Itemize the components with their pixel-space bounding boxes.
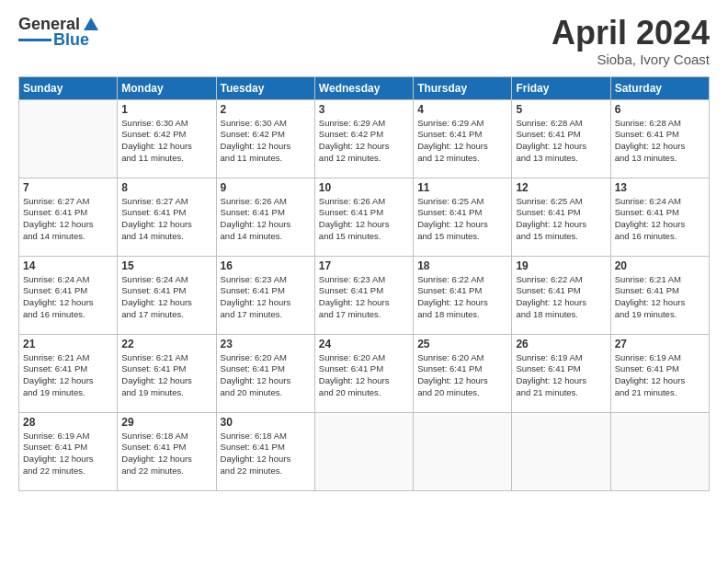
day-info: Sunrise: 6:30 AM Sunset: 6:42 PM Dayligh…	[121, 118, 211, 165]
day-number: 28	[23, 416, 113, 429]
day-info: Sunrise: 6:26 AM Sunset: 6:41 PM Dayligh…	[221, 196, 311, 243]
table-row: 8Sunrise: 6:27 AM Sunset: 6:41 PM Daylig…	[118, 178, 216, 256]
day-info: Sunrise: 6:24 AM Sunset: 6:41 PM Dayligh…	[615, 196, 705, 243]
day-info: Sunrise: 6:23 AM Sunset: 6:41 PM Dayligh…	[319, 274, 409, 321]
day-info: Sunrise: 6:18 AM Sunset: 6:41 PM Dayligh…	[121, 431, 211, 477]
calendar-week-row: 28Sunrise: 6:19 AM Sunset: 6:41 PM Dayli…	[19, 412, 710, 490]
table-row	[19, 99, 118, 178]
calendar-header-row: Sunday Monday Tuesday Wednesday Thursday…	[19, 76, 710, 99]
day-number: 21	[23, 338, 113, 350]
day-number: 2	[221, 103, 311, 116]
day-number: 12	[516, 181, 606, 194]
calendar-subtitle: Sioba, Ivory Coast	[552, 52, 710, 67]
svg-marker-0	[84, 17, 98, 30]
table-row: 2Sunrise: 6:30 AM Sunset: 6:42 PM Daylig…	[216, 99, 314, 178]
day-info: Sunrise: 6:19 AM Sunset: 6:41 PM Dayligh…	[23, 431, 113, 477]
header: General Blue April 2024 Sioba, Ivory Coa…	[18, 15, 710, 67]
table-row: 29Sunrise: 6:18 AM Sunset: 6:41 PM Dayli…	[118, 412, 216, 490]
day-number: 1	[121, 103, 211, 116]
col-monday: Monday	[118, 76, 216, 99]
day-number: 9	[221, 181, 311, 194]
day-info: Sunrise: 6:19 AM Sunset: 6:41 PM Dayligh…	[615, 352, 705, 399]
title-area: April 2024 Sioba, Ivory Coast	[552, 15, 710, 67]
day-info: Sunrise: 6:20 AM Sunset: 6:41 PM Dayligh…	[319, 352, 409, 399]
day-info: Sunrise: 6:20 AM Sunset: 6:41 PM Dayligh…	[417, 352, 507, 399]
day-number: 22	[121, 338, 211, 350]
day-info: Sunrise: 6:30 AM Sunset: 6:42 PM Dayligh…	[221, 118, 311, 165]
col-thursday: Thursday	[414, 76, 512, 99]
table-row: 20Sunrise: 6:21 AM Sunset: 6:41 PM Dayli…	[610, 256, 709, 334]
table-row: 10Sunrise: 6:26 AM Sunset: 6:41 PM Dayli…	[314, 178, 413, 256]
day-number: 29	[121, 416, 211, 429]
day-info: Sunrise: 6:25 AM Sunset: 6:41 PM Dayligh…	[516, 196, 606, 243]
day-number: 25	[417, 338, 507, 350]
calendar-week-row: 14Sunrise: 6:24 AM Sunset: 6:41 PM Dayli…	[19, 256, 710, 334]
table-row: 7Sunrise: 6:27 AM Sunset: 6:41 PM Daylig…	[19, 178, 118, 256]
table-row: 9Sunrise: 6:26 AM Sunset: 6:41 PM Daylig…	[216, 178, 314, 256]
table-row: 18Sunrise: 6:22 AM Sunset: 6:41 PM Dayli…	[414, 256, 512, 334]
table-row: 21Sunrise: 6:21 AM Sunset: 6:41 PM Dayli…	[19, 334, 118, 412]
day-number: 13	[615, 181, 705, 194]
table-row: 22Sunrise: 6:21 AM Sunset: 6:41 PM Dayli…	[118, 334, 216, 412]
day-number: 17	[319, 259, 409, 272]
day-number: 11	[417, 181, 507, 194]
day-info: Sunrise: 6:28 AM Sunset: 6:41 PM Dayligh…	[615, 118, 705, 165]
calendar-table: Sunday Monday Tuesday Wednesday Thursday…	[18, 76, 710, 491]
table-row: 14Sunrise: 6:24 AM Sunset: 6:41 PM Dayli…	[19, 256, 118, 334]
day-number: 6	[615, 103, 705, 116]
day-number: 10	[319, 181, 409, 194]
calendar-week-row: 21Sunrise: 6:21 AM Sunset: 6:41 PM Dayli…	[19, 334, 710, 412]
col-sunday: Sunday	[19, 76, 118, 99]
calendar-week-row: 7Sunrise: 6:27 AM Sunset: 6:41 PM Daylig…	[19, 178, 710, 256]
day-info: Sunrise: 6:21 AM Sunset: 6:41 PM Dayligh…	[121, 352, 211, 399]
day-number: 8	[121, 181, 211, 194]
table-row: 25Sunrise: 6:20 AM Sunset: 6:41 PM Dayli…	[414, 334, 512, 412]
col-friday: Friday	[512, 76, 610, 99]
table-row: 26Sunrise: 6:19 AM Sunset: 6:41 PM Dayli…	[512, 334, 610, 412]
day-info: Sunrise: 6:21 AM Sunset: 6:41 PM Dayligh…	[615, 274, 705, 321]
table-row: 3Sunrise: 6:29 AM Sunset: 6:42 PM Daylig…	[314, 99, 413, 178]
day-info: Sunrise: 6:18 AM Sunset: 6:41 PM Dayligh…	[221, 431, 311, 477]
table-row: 6Sunrise: 6:28 AM Sunset: 6:41 PM Daylig…	[610, 99, 709, 178]
table-row: 12Sunrise: 6:25 AM Sunset: 6:41 PM Dayli…	[512, 178, 610, 256]
day-info: Sunrise: 6:29 AM Sunset: 6:42 PM Dayligh…	[319, 118, 409, 165]
day-info: Sunrise: 6:21 AM Sunset: 6:41 PM Dayligh…	[23, 352, 113, 399]
table-row	[512, 412, 610, 490]
table-row: 24Sunrise: 6:20 AM Sunset: 6:41 PM Dayli…	[314, 334, 413, 412]
table-row: 4Sunrise: 6:29 AM Sunset: 6:41 PM Daylig…	[414, 99, 512, 178]
page: General Blue April 2024 Sioba, Ivory Coa…	[0, 0, 728, 563]
day-number: 4	[417, 103, 507, 116]
day-number: 7	[23, 181, 113, 194]
day-number: 18	[417, 259, 507, 272]
day-info: Sunrise: 6:28 AM Sunset: 6:41 PM Dayligh…	[516, 118, 606, 165]
logo-blue: Blue	[53, 30, 89, 50]
table-row: 19Sunrise: 6:22 AM Sunset: 6:41 PM Dayli…	[512, 256, 610, 334]
day-info: Sunrise: 6:26 AM Sunset: 6:41 PM Dayligh…	[319, 196, 409, 243]
col-saturday: Saturday	[610, 76, 709, 99]
day-info: Sunrise: 6:27 AM Sunset: 6:41 PM Dayligh…	[23, 196, 113, 243]
day-info: Sunrise: 6:25 AM Sunset: 6:41 PM Dayligh…	[417, 196, 507, 243]
day-info: Sunrise: 6:23 AM Sunset: 6:41 PM Dayligh…	[221, 274, 311, 321]
day-info: Sunrise: 6:24 AM Sunset: 6:41 PM Dayligh…	[23, 274, 113, 321]
table-row: 30Sunrise: 6:18 AM Sunset: 6:41 PM Dayli…	[216, 412, 314, 490]
table-row: 11Sunrise: 6:25 AM Sunset: 6:41 PM Dayli…	[414, 178, 512, 256]
table-row: 16Sunrise: 6:23 AM Sunset: 6:41 PM Dayli…	[216, 256, 314, 334]
table-row	[414, 412, 512, 490]
col-tuesday: Tuesday	[216, 76, 314, 99]
day-number: 26	[516, 338, 606, 350]
table-row: 23Sunrise: 6:20 AM Sunset: 6:41 PM Dayli…	[216, 334, 314, 412]
day-info: Sunrise: 6:27 AM Sunset: 6:41 PM Dayligh…	[121, 196, 211, 243]
table-row	[610, 412, 709, 490]
day-info: Sunrise: 6:19 AM Sunset: 6:41 PM Dayligh…	[516, 352, 606, 399]
table-row: 1Sunrise: 6:30 AM Sunset: 6:42 PM Daylig…	[118, 99, 216, 178]
day-number: 30	[221, 416, 311, 429]
day-number: 24	[319, 338, 409, 350]
table-row: 13Sunrise: 6:24 AM Sunset: 6:41 PM Dayli…	[610, 178, 709, 256]
day-info: Sunrise: 6:22 AM Sunset: 6:41 PM Dayligh…	[516, 274, 606, 321]
day-number: 27	[615, 338, 705, 350]
day-number: 16	[221, 259, 311, 272]
day-info: Sunrise: 6:20 AM Sunset: 6:41 PM Dayligh…	[221, 352, 311, 399]
day-number: 20	[615, 259, 705, 272]
table-row: 28Sunrise: 6:19 AM Sunset: 6:41 PM Dayli…	[19, 412, 118, 490]
table-row	[314, 412, 413, 490]
